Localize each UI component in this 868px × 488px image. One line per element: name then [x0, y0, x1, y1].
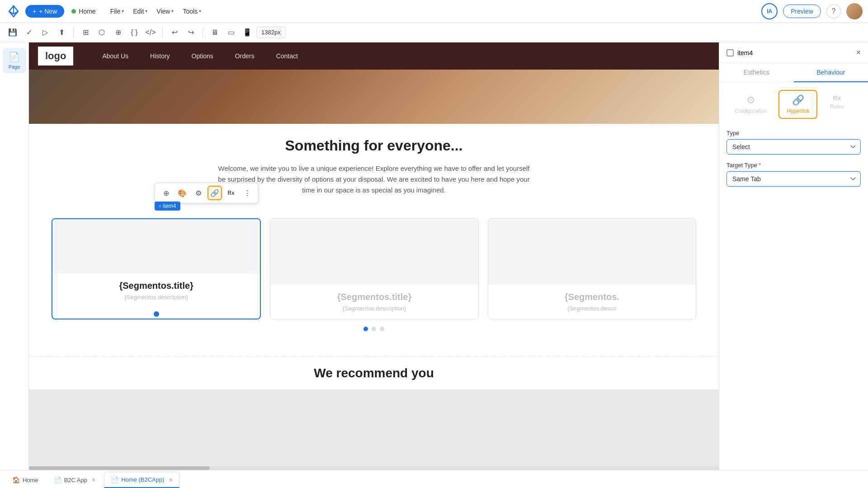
new-plus-icon: + — [33, 8, 36, 15]
required-star: * — [759, 162, 761, 169]
horizontal-scrollbar[interactable] — [29, 466, 719, 470]
card-1-handle[interactable] — [154, 311, 159, 317]
home-b2capp-close-button[interactable]: × — [169, 476, 173, 483]
edit-menu[interactable]: Edit ▾ — [129, 6, 151, 17]
card-1[interactable]: {Segmentos.title} {Segmentos.description… — [52, 218, 261, 319]
redo-button[interactable]: ↪ — [184, 25, 198, 40]
hyperlink-label: Hyperlink — [787, 108, 809, 114]
card-3-image — [488, 219, 696, 285]
home-b2capp-tab-label: Home (B2CApp) — [121, 476, 164, 483]
dot-1[interactable] — [363, 327, 368, 331]
tab-esthetics-label: Esthetics — [744, 69, 769, 76]
file-menu[interactable]: File ▾ — [107, 6, 128, 17]
item-checkbox[interactable] — [726, 49, 734, 56]
style-tool-button[interactable]: 🎨 — [175, 186, 189, 200]
sub-tab-hyperlink[interactable]: 🔗 Hyperlink — [778, 90, 817, 119]
nav-history[interactable]: History — [139, 42, 181, 70]
nav-orders[interactable]: Orders — [224, 42, 265, 70]
dot-3[interactable] — [380, 327, 384, 331]
close-button[interactable]: × — [856, 48, 861, 57]
canvas-content: logo About Us History Options Orders Con… — [29, 42, 719, 389]
components-button[interactable]: ⊞ — [78, 25, 93, 40]
nav-contact[interactable]: Contact — [265, 42, 309, 70]
card-1-image — [52, 219, 260, 273]
view-menu[interactable]: View ▾ — [153, 6, 177, 17]
sub-tabs-row: ⚙ Configuration 🔗 Hyperlink Rx Rules — [719, 83, 868, 122]
hero-image-left — [29, 70, 146, 124]
new-button[interactable]: + + New — [25, 5, 64, 18]
tab-home-b2capp[interactable]: 📄 Home (B2CApp) × — [104, 472, 179, 488]
edit-chevron: ▾ — [145, 9, 147, 14]
rules-icon: Rx — [833, 94, 841, 102]
ia-button[interactable]: IA — [761, 3, 778, 19]
nav-options[interactable]: Options — [181, 42, 224, 70]
home-text: Home — [79, 8, 95, 15]
preview-button[interactable]: Preview — [783, 5, 821, 18]
target-type-select[interactable]: Same Tab New Tab — [726, 171, 861, 187]
configuration-label: Configuration — [735, 108, 767, 114]
tab-home[interactable]: 🏠 Home — [5, 472, 45, 488]
second-toolbar: 💾 ✓ ▷ ⬆ ⊞ ⬡ ⊕ { } </> ↩ ↪ 🖥 ▭ 📱 1382px — [0, 23, 868, 42]
card-2-body: {Segmentos.title} {Segmentos.description… — [270, 285, 478, 319]
right-panel-tabs: Esthetics Behaviour — [719, 63, 868, 83]
tools-menu[interactable]: Tools ▾ — [179, 6, 205, 17]
cards-wrapper: {Segmentos.title} {Segmentos.description… — [47, 214, 701, 343]
panel-content: Type Select URL Page Email Target Type *… — [719, 122, 868, 194]
nav-about[interactable]: About Us — [91, 42, 139, 70]
tab-behaviour[interactable]: Behaviour — [794, 63, 868, 82]
home-indicator: Home — [71, 8, 95, 15]
target-type-field-group: Target Type * Same Tab New Tab — [726, 162, 861, 187]
card-3-title: {Segmentos. — [495, 292, 689, 302]
canvas-area: logo About Us History Options Orders Con… — [29, 42, 719, 470]
sidebar-item-page[interactable]: 📄 Page — [3, 48, 26, 73]
help-icon: ? — [832, 7, 836, 15]
scrollbar-thumb[interactable] — [29, 466, 210, 470]
right-panel-header: item4 × — [719, 42, 868, 63]
card-3[interactable]: {Segmentos. {Segmentos.descri — [488, 218, 696, 319]
tools-chevron: ▾ — [199, 9, 201, 14]
more-tool-button[interactable]: ⋮ — [240, 186, 255, 200]
layers-button[interactable]: ⬡ — [94, 25, 109, 40]
file-label: File — [110, 8, 121, 15]
export-button[interactable]: ⬆ — [54, 25, 69, 40]
separator-3 — [203, 27, 203, 38]
view-label: View — [156, 8, 170, 15]
user-avatar[interactable] — [846, 3, 863, 19]
card-2[interactable]: {Segmentos.title} {Segmentos.description… — [270, 218, 478, 319]
link-tool-button[interactable]: 🔗 — [208, 186, 222, 200]
tablet-view-button[interactable]: ▭ — [224, 25, 238, 40]
b2c-close-button[interactable]: × — [92, 476, 95, 483]
mobile-view-button[interactable]: 📱 — [240, 25, 255, 40]
view-chevron: ▾ — [171, 9, 174, 14]
code-button[interactable]: { } — [127, 25, 142, 40]
tab-esthetics[interactable]: Esthetics — [719, 63, 794, 82]
new-label: + New — [39, 8, 57, 15]
help-button[interactable]: ? — [826, 4, 841, 19]
main-layout: 📄 Page logo About Us History Options Ord… — [0, 42, 868, 470]
sub-tab-rules[interactable]: Rx Rules — [821, 90, 853, 119]
dot-2[interactable] — [372, 327, 376, 331]
check-button[interactable]: ✓ — [22, 25, 36, 40]
site-navbar: logo About Us History Options Orders Con… — [29, 42, 719, 70]
play-button[interactable]: ▷ — [38, 25, 52, 40]
type-select[interactable]: Select URL Page Email — [726, 139, 861, 155]
tab-b2c-app[interactable]: 📄 B2C App × — [47, 472, 103, 488]
settings-tool-button[interactable]: ⚙ — [191, 186, 206, 200]
tab-behaviour-label: Behaviour — [816, 69, 845, 76]
html-button[interactable]: </> — [143, 25, 158, 40]
sub-tab-configuration[interactable]: ⚙ Configuration — [726, 90, 775, 119]
type-field-label: Type — [726, 130, 861, 136]
canvas-wrapper: logo About Us History Options Orders Con… — [29, 42, 719, 466]
desktop-view-button[interactable]: 🖥 — [208, 25, 222, 40]
structure-button[interactable]: ⊕ — [111, 25, 125, 40]
bottom-bar: 🏠 Home 📄 B2C App × 📄 Home (B2CApp) × — [0, 470, 868, 488]
hyperlink-icon: 🔗 — [792, 94, 804, 106]
app-logo — [5, 3, 22, 19]
undo-button[interactable]: ↩ — [167, 25, 182, 40]
save-button[interactable]: 💾 — [5, 25, 20, 40]
b2c-tab-icon: 📄 — [54, 476, 61, 483]
card-2-title: {Segmentos.title} — [278, 292, 471, 302]
rules-tool-button[interactable]: Rx — [224, 186, 238, 200]
b2c-tab-label: B2C App — [64, 477, 87, 483]
move-tool-button[interactable]: ⊕ — [159, 186, 173, 200]
